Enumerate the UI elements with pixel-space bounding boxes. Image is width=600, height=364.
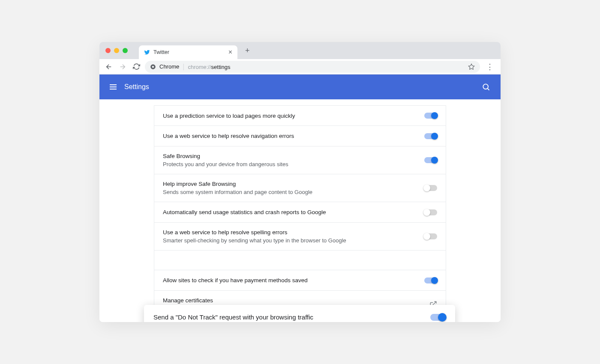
minimize-window-button[interactable] bbox=[114, 48, 119, 53]
omnibox-app: Chrome bbox=[159, 63, 179, 70]
svg-point-3 bbox=[483, 84, 488, 89]
twitter-icon bbox=[144, 49, 150, 55]
toggle-do-not-track[interactable] bbox=[430, 314, 446, 321]
setting-row-safe-browsing[interactable]: Safe Browsing Protects you and your devi… bbox=[154, 146, 446, 174]
tab-title: Twitter bbox=[153, 49, 225, 55]
reload-button[interactable] bbox=[131, 62, 141, 72]
bookmark-star-icon[interactable] bbox=[468, 63, 475, 70]
toggle-usage-stats[interactable] bbox=[424, 209, 437, 215]
svg-point-1 bbox=[152, 66, 154, 68]
address-bar: Chrome | chrome://settings ⋮ bbox=[99, 59, 501, 75]
setting-row-navigation-errors[interactable]: Use a web service to help resolve naviga… bbox=[154, 126, 446, 146]
settings-list: Use a prediction service to load pages m… bbox=[154, 105, 446, 319]
setting-label: Use a prediction service to load pages m… bbox=[163, 113, 424, 119]
settings-header: Settings bbox=[99, 75, 501, 99]
setting-row-improve-safe-browsing[interactable]: Help improve Safe Browsing Sends some sy… bbox=[154, 174, 446, 202]
setting-row-spelling[interactable]: Use a web service to help resolve spelli… bbox=[154, 223, 446, 251]
maximize-window-button[interactable] bbox=[123, 48, 128, 53]
close-tab-button[interactable]: × bbox=[228, 48, 232, 56]
titlebar: Twitter × + bbox=[99, 42, 501, 59]
menu-icon[interactable] bbox=[110, 84, 117, 90]
do-not-track-popup: Send a "Do Not Track" request with your … bbox=[144, 305, 455, 322]
setting-row-placeholder bbox=[154, 251, 446, 270]
omnibox[interactable]: Chrome | chrome://settings bbox=[145, 61, 480, 73]
toggle-safe-browsing[interactable] bbox=[424, 157, 437, 163]
setting-label: Safe Browsing bbox=[163, 153, 424, 159]
setting-label: Help improve Safe Browsing bbox=[163, 181, 424, 187]
toggle-navigation-errors[interactable] bbox=[424, 133, 437, 139]
setting-label: Use a web service to help resolve naviga… bbox=[163, 133, 424, 139]
setting-sublabel: Smarter spell-checking by sending what y… bbox=[163, 237, 424, 244]
setting-sublabel: Protects you and your device from danger… bbox=[163, 161, 424, 167]
toggle-spelling[interactable] bbox=[424, 233, 437, 239]
search-icon[interactable] bbox=[482, 83, 490, 91]
page-title: Settings bbox=[124, 83, 149, 91]
omnibox-url: chrome://settings bbox=[188, 63, 230, 71]
setting-label: Allow sites to check if you have payment… bbox=[163, 277, 424, 283]
new-tab-button[interactable]: + bbox=[245, 46, 250, 55]
toggle-prediction[interactable] bbox=[424, 113, 437, 119]
omnibox-divider: | bbox=[183, 63, 184, 71]
window-controls bbox=[105, 48, 128, 53]
chrome-icon bbox=[150, 64, 156, 70]
svg-marker-2 bbox=[468, 64, 474, 69]
setting-row-usage-stats[interactable]: Automatically send usage statistics and … bbox=[154, 202, 446, 223]
forward-button[interactable] bbox=[117, 62, 128, 72]
setting-label: Automatically send usage statistics and … bbox=[163, 209, 424, 215]
setting-sublabel: Sends some system information and page c… bbox=[163, 189, 424, 195]
browser-menu-button[interactable]: ⋮ bbox=[483, 62, 496, 72]
close-window-button[interactable] bbox=[105, 48, 111, 53]
browser-tab[interactable]: Twitter × bbox=[139, 45, 237, 59]
setting-label: Manage certificates bbox=[163, 297, 429, 304]
setting-label: Use a web service to help resolve spelli… bbox=[163, 229, 424, 236]
back-button[interactable] bbox=[104, 62, 114, 72]
setting-row-payment-methods[interactable]: Allow sites to check if you have payment… bbox=[154, 270, 446, 291]
setting-row-prediction[interactable]: Use a prediction service to load pages m… bbox=[154, 105, 446, 126]
browser-window: Twitter × + Chrome | chrome://settings ⋮ bbox=[99, 42, 501, 322]
popup-title: Send a "Do Not Track" request with your … bbox=[153, 313, 430, 321]
settings-content: Use a prediction service to load pages m… bbox=[99, 99, 501, 322]
toggle-improve-safe-browsing[interactable] bbox=[424, 185, 437, 191]
toggle-payment-methods[interactable] bbox=[424, 277, 437, 283]
